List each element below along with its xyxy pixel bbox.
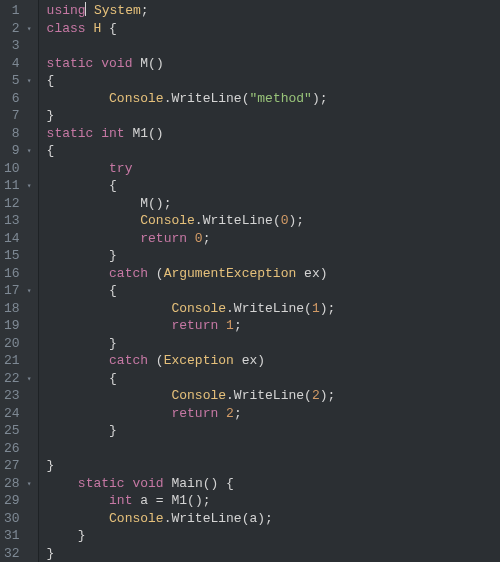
fold-icon[interactable]: ▾ (24, 177, 32, 195)
code-line[interactable]: int a = M1(); (47, 492, 336, 510)
token-punc: ; (234, 406, 242, 421)
token-punc: ; (234, 318, 242, 333)
token-punc: . (226, 301, 234, 316)
token-punc: ( (148, 266, 164, 281)
token-type: Console (140, 213, 195, 228)
token-func: M (140, 56, 148, 71)
code-line[interactable]: class H { (47, 20, 336, 38)
code-line[interactable]: Console.WriteLine(1); (47, 300, 336, 318)
fold-icon[interactable]: ▾ (24, 282, 32, 300)
token-punc: ); (289, 213, 305, 228)
token-punc (101, 21, 109, 36)
token-brace: { (226, 476, 234, 491)
line-number: 14 (4, 230, 32, 248)
code-line[interactable]: try (47, 160, 336, 178)
token-punc: () (148, 56, 164, 71)
token-brace: { (47, 73, 55, 88)
token-func: Main (171, 476, 202, 491)
token-brace: { (109, 178, 117, 193)
line-number: 1 (4, 2, 32, 20)
code-line[interactable]: M(); (47, 195, 336, 213)
fold-icon[interactable]: ▾ (24, 370, 32, 388)
line-number: 13 (4, 212, 32, 230)
fold-icon[interactable]: ▾ (24, 142, 32, 160)
code-line[interactable]: } (47, 247, 336, 265)
token-punc: ); (312, 91, 328, 106)
line-number-gutter: 12▾345▾6789▾1011▾121314151617▾1819202122… (0, 0, 39, 562)
line-number: 30 (4, 510, 32, 528)
line-number: 4 (4, 55, 32, 73)
code-line[interactable]: } (47, 422, 336, 440)
token-brace: } (78, 528, 86, 543)
token-num: 1 (312, 301, 320, 316)
token-brace: { (109, 21, 117, 36)
code-area[interactable]: using System;class H {static void M(){ C… (39, 0, 336, 562)
token-num: 2 (312, 388, 320, 403)
code-line[interactable]: } (47, 527, 336, 545)
code-line[interactable]: static void Main() { (47, 475, 336, 493)
line-number: 17▾ (4, 282, 32, 300)
token-func: WriteLine (203, 213, 273, 228)
code-line[interactable]: } (47, 335, 336, 353)
token-type: System (94, 3, 141, 18)
code-line[interactable]: { (47, 72, 336, 90)
token-kw: static (78, 476, 125, 491)
token-brace: { (47, 143, 55, 158)
code-line[interactable]: } (47, 457, 336, 475)
code-line[interactable]: return 2; (47, 405, 336, 423)
code-line[interactable]: { (47, 142, 336, 160)
line-number: 7 (4, 107, 32, 125)
fold-icon[interactable]: ▾ (24, 72, 32, 90)
token-kw: void (101, 56, 132, 71)
line-number: 31 (4, 527, 32, 545)
token-punc (218, 406, 226, 421)
line-number: 2▾ (4, 20, 32, 38)
token-type: Console (109, 511, 164, 526)
code-line[interactable]: } (47, 545, 336, 563)
token-punc: ); (320, 388, 336, 403)
line-number: 27 (4, 457, 32, 475)
token-punc: ; (141, 3, 149, 18)
code-editor[interactable]: 12▾345▾6789▾1011▾121314151617▾1819202122… (0, 0, 500, 562)
token-var: ex (242, 353, 258, 368)
line-number: 22▾ (4, 370, 32, 388)
code-line[interactable] (47, 440, 336, 458)
code-line[interactable]: catch (Exception ex) (47, 352, 336, 370)
token-brace: { (109, 283, 117, 298)
code-line[interactable]: { (47, 370, 336, 388)
code-line[interactable]: catch (ArgumentException ex) (47, 265, 336, 283)
token-type: Console (171, 301, 226, 316)
code-line[interactable]: using System; (47, 2, 336, 20)
token-kw: int (109, 493, 132, 508)
token-brace: } (109, 336, 117, 351)
code-line[interactable]: static void M() (47, 55, 336, 73)
code-line[interactable]: return 0; (47, 230, 336, 248)
code-line[interactable] (47, 37, 336, 55)
code-line[interactable]: Console.WriteLine("method"); (47, 90, 336, 108)
line-number: 5▾ (4, 72, 32, 90)
token-punc (234, 353, 242, 368)
token-brace: } (109, 423, 117, 438)
line-number: 12 (4, 195, 32, 213)
token-var: a (140, 493, 148, 508)
token-func: WriteLine (171, 511, 241, 526)
token-func: M (140, 196, 148, 211)
token-kw: static (47, 126, 94, 141)
code-line[interactable]: static int M1() (47, 125, 336, 143)
fold-icon[interactable]: ▾ (24, 475, 32, 493)
token-kw: int (101, 126, 124, 141)
line-number: 16 (4, 265, 32, 283)
code-line[interactable]: } (47, 107, 336, 125)
code-line[interactable]: { (47, 177, 336, 195)
token-punc (187, 231, 195, 246)
code-line[interactable]: Console.WriteLine(0); (47, 212, 336, 230)
fold-icon[interactable]: ▾ (24, 20, 32, 38)
code-line[interactable]: Console.WriteLine(a); (47, 510, 336, 528)
token-brace: } (47, 108, 55, 123)
token-punc: ; (203, 231, 211, 246)
code-line[interactable]: Console.WriteLine(2); (47, 387, 336, 405)
line-number: 29 (4, 492, 32, 510)
code-line[interactable]: { (47, 282, 336, 300)
token-punc: ); (257, 511, 273, 526)
code-line[interactable]: return 1; (47, 317, 336, 335)
